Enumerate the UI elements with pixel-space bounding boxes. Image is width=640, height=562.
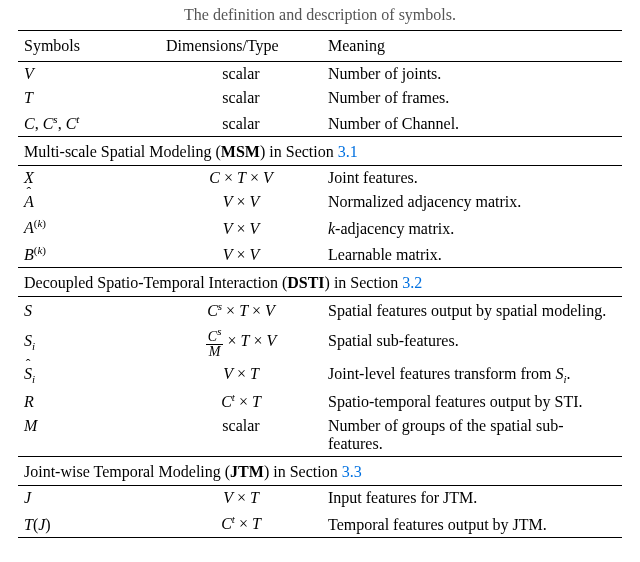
cell-mean: Spatial features output by spatial model… [322, 296, 622, 323]
table-row: R Ct × T Spatio-temporal features output… [18, 388, 622, 414]
table-row: S Cs × T × V Spatial features output by … [18, 296, 622, 323]
section-pre: Decoupled Spatio-Temporal Interaction ( [24, 274, 287, 291]
cell-symbol: M [18, 414, 160, 457]
cell-dim: V × V [160, 214, 322, 240]
cell-mean: Spatio-temporal features output by STI. [322, 388, 622, 414]
section-pre: Joint-wise Temporal Modeling ( [24, 463, 230, 480]
section-mid: ) in Section [325, 274, 403, 291]
table-row: M scalar Number of groups of the spatial… [18, 414, 622, 457]
cell-mean: Learnable matrix. [322, 241, 622, 268]
section-text: Decoupled Spatio-Temporal Interaction (D… [18, 267, 622, 296]
cell-dim: Ct × T [160, 388, 322, 414]
cell-mean-text: -adjacency matrix. [335, 220, 454, 237]
section-abbr: MSM [221, 143, 260, 160]
section-mid: ) in Section [260, 143, 338, 160]
cell-symbol: S [18, 296, 160, 323]
cell-dim: Cs × T × V [160, 296, 322, 323]
table-row: A V × V Normalized adjacency matrix. [18, 190, 622, 214]
section-ref-link[interactable]: 3.1 [338, 143, 358, 160]
cell-dim: V × T [160, 486, 322, 511]
symbol-table: Symbols Dimensions/Type Meaning V scalar… [18, 30, 622, 538]
table-row: V scalar Number of joints. [18, 62, 622, 87]
table-row: T(J) Ct × T Temporal features output by … [18, 510, 622, 537]
cell-mean: k-adjacency matrix. [322, 214, 622, 240]
cell-mean: Number of frames. [322, 86, 622, 110]
table-row: X C × T × V Joint features. [18, 166, 622, 191]
cell-symbol: A [18, 190, 160, 214]
cell-symbol: X [18, 166, 160, 191]
cell-dim: Ct × T [160, 510, 322, 537]
cell-dim: scalar [160, 86, 322, 110]
cell-symbol: T [18, 86, 160, 110]
table-row: C, Cs, Ct scalar Number of Channel. [18, 110, 622, 137]
table-row: B(k) V × V Learnable matrix. [18, 241, 622, 268]
cell-mean: Temporal features output by JTM. [322, 510, 622, 537]
section-mid: ) in Section [264, 463, 342, 480]
table-row: A(k) V × V k-adjacency matrix. [18, 214, 622, 240]
cell-mean-post: . [567, 365, 571, 382]
table-row: J V × T Input features for JTM. [18, 486, 622, 511]
cell-dim: scalar [160, 110, 322, 137]
section-ref-link[interactable]: 3.2 [402, 274, 422, 291]
section-row-dsti: Decoupled Spatio-Temporal Interaction (D… [18, 267, 622, 296]
cell-dim: V × V [160, 241, 322, 268]
cell-symbol: Si [18, 323, 160, 362]
section-text: Multi-scale Spatial Modeling (MSM) in Se… [18, 137, 622, 166]
table-header-row: Symbols Dimensions/Type Meaning [18, 31, 622, 62]
cell-symbol: V [18, 62, 160, 87]
cell-symbol: T(J) [18, 510, 160, 537]
table-container: The definition and description of symbol… [0, 0, 640, 558]
cell-mean: Joint-level features transform from Si. [322, 362, 622, 388]
cell-symbol: R [18, 388, 160, 414]
cell-mean: Spatial sub-features. [322, 323, 622, 362]
section-abbr: JTM [230, 463, 264, 480]
cell-dim: CsM × T × V [160, 323, 322, 362]
cell-mean: Input features for JTM. [322, 486, 622, 511]
table-row: Si V × T Joint-level features transform … [18, 362, 622, 388]
header-symbols: Symbols [18, 31, 160, 62]
cell-dim: V × V [160, 190, 322, 214]
section-ref-link[interactable]: 3.3 [342, 463, 362, 480]
table-row: T scalar Number of frames. [18, 86, 622, 110]
cell-symbol: C, Cs, Ct [18, 110, 160, 137]
section-row-msm: Multi-scale Spatial Modeling (MSM) in Se… [18, 137, 622, 166]
header-meaning: Meaning [322, 31, 622, 62]
cell-mean-pre: Joint-level features transform from [328, 365, 555, 382]
table-row: Si CsM × T × V Spatial sub-features. [18, 323, 622, 362]
cell-mean: Number of Channel. [322, 110, 622, 137]
cell-symbol: Si [18, 362, 160, 388]
cell-dim: scalar [160, 414, 322, 457]
cell-symbol: B(k) [18, 241, 160, 268]
section-text: Joint-wise Temporal Modeling (JTM) in Se… [18, 457, 622, 486]
cell-symbol: J [18, 486, 160, 511]
cell-dim: C × T × V [160, 166, 322, 191]
section-row-jtm: Joint-wise Temporal Modeling (JTM) in Se… [18, 457, 622, 486]
section-abbr: DSTI [287, 274, 324, 291]
cell-mean: Joint features. [322, 166, 622, 191]
cell-mean: Number of joints. [322, 62, 622, 87]
table-caption: The definition and description of symbol… [18, 6, 622, 24]
cell-dim: V × T [160, 362, 322, 388]
cell-dim: scalar [160, 62, 322, 87]
cell-mean: Number of groups of the spatial sub-feat… [322, 414, 622, 457]
cell-symbol: A(k) [18, 214, 160, 240]
header-dimensions: Dimensions/Type [160, 31, 322, 62]
cell-mean: Normalized adjacency matrix. [322, 190, 622, 214]
section-pre: Multi-scale Spatial Modeling ( [24, 143, 221, 160]
